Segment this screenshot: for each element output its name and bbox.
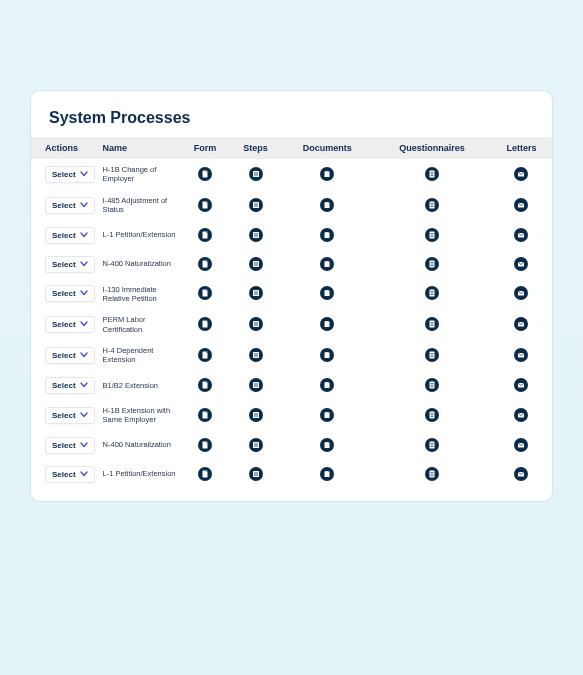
form-icon-cell[interactable] bbox=[181, 159, 230, 190]
steps-icon-cell[interactable] bbox=[229, 190, 281, 221]
steps-icon[interactable] bbox=[249, 167, 263, 181]
letters-icon[interactable] bbox=[514, 348, 528, 362]
questionnaires-icon-cell[interactable] bbox=[373, 159, 491, 190]
documents-icon-cell[interactable] bbox=[282, 221, 373, 250]
questionnaires-icon-cell[interactable] bbox=[373, 221, 491, 250]
select-button[interactable]: Select bbox=[45, 285, 95, 302]
letters-icon[interactable] bbox=[514, 257, 528, 271]
select-button[interactable]: Select bbox=[45, 227, 95, 244]
questionnaires-icon[interactable] bbox=[425, 317, 439, 331]
steps-icon[interactable] bbox=[249, 198, 263, 212]
documents-icon[interactable] bbox=[320, 317, 334, 331]
steps-icon[interactable] bbox=[249, 348, 263, 362]
documents-icon-cell[interactable] bbox=[282, 190, 373, 221]
form-icon[interactable] bbox=[198, 257, 212, 271]
letters-icon-cell[interactable] bbox=[491, 221, 552, 250]
steps-icon-cell[interactable] bbox=[229, 400, 281, 431]
steps-icon[interactable] bbox=[249, 257, 263, 271]
questionnaires-icon[interactable] bbox=[425, 228, 439, 242]
questionnaires-icon-cell[interactable] bbox=[373, 279, 491, 310]
form-icon-cell[interactable] bbox=[181, 250, 230, 279]
steps-icon-cell[interactable] bbox=[229, 460, 281, 489]
form-icon-cell[interactable] bbox=[181, 279, 230, 310]
questionnaires-icon-cell[interactable] bbox=[373, 371, 491, 400]
documents-icon-cell[interactable] bbox=[282, 309, 373, 340]
documents-icon-cell[interactable] bbox=[282, 340, 373, 371]
select-button[interactable]: Select bbox=[45, 407, 95, 424]
form-icon-cell[interactable] bbox=[181, 400, 230, 431]
select-button[interactable]: Select bbox=[45, 347, 95, 364]
form-icon-cell[interactable] bbox=[181, 190, 230, 221]
questionnaires-icon-cell[interactable] bbox=[373, 460, 491, 489]
documents-icon[interactable] bbox=[320, 286, 334, 300]
letters-icon[interactable] bbox=[514, 198, 528, 212]
letters-icon-cell[interactable] bbox=[491, 460, 552, 489]
letters-icon[interactable] bbox=[514, 467, 528, 481]
documents-icon[interactable] bbox=[320, 438, 334, 452]
questionnaires-icon-cell[interactable] bbox=[373, 309, 491, 340]
documents-icon-cell[interactable] bbox=[282, 279, 373, 310]
documents-icon-cell[interactable] bbox=[282, 250, 373, 279]
questionnaires-icon-cell[interactable] bbox=[373, 340, 491, 371]
letters-icon-cell[interactable] bbox=[491, 159, 552, 190]
documents-icon[interactable] bbox=[320, 378, 334, 392]
form-icon[interactable] bbox=[198, 286, 212, 300]
questionnaires-icon[interactable] bbox=[425, 286, 439, 300]
documents-icon[interactable] bbox=[320, 167, 334, 181]
documents-icon[interactable] bbox=[320, 348, 334, 362]
questionnaires-icon[interactable] bbox=[425, 467, 439, 481]
questionnaires-icon-cell[interactable] bbox=[373, 431, 491, 460]
letters-icon[interactable] bbox=[514, 317, 528, 331]
letters-icon-cell[interactable] bbox=[491, 279, 552, 310]
letters-icon-cell[interactable] bbox=[491, 190, 552, 221]
steps-icon-cell[interactable] bbox=[229, 279, 281, 310]
form-icon[interactable] bbox=[198, 408, 212, 422]
letters-icon-cell[interactable] bbox=[491, 400, 552, 431]
letters-icon[interactable] bbox=[514, 408, 528, 422]
select-button[interactable]: Select bbox=[45, 166, 95, 183]
letters-icon-cell[interactable] bbox=[491, 371, 552, 400]
questionnaires-icon[interactable] bbox=[425, 408, 439, 422]
steps-icon[interactable] bbox=[249, 467, 263, 481]
letters-icon[interactable] bbox=[514, 167, 528, 181]
select-button[interactable]: Select bbox=[45, 466, 95, 483]
select-button[interactable]: Select bbox=[45, 256, 95, 273]
form-icon[interactable] bbox=[198, 198, 212, 212]
select-button[interactable]: Select bbox=[45, 197, 95, 214]
form-icon-cell[interactable] bbox=[181, 221, 230, 250]
steps-icon-cell[interactable] bbox=[229, 431, 281, 460]
form-icon[interactable] bbox=[198, 348, 212, 362]
documents-icon[interactable] bbox=[320, 257, 334, 271]
form-icon-cell[interactable] bbox=[181, 460, 230, 489]
form-icon-cell[interactable] bbox=[181, 309, 230, 340]
documents-icon-cell[interactable] bbox=[282, 159, 373, 190]
questionnaires-icon-cell[interactable] bbox=[373, 190, 491, 221]
form-icon-cell[interactable] bbox=[181, 371, 230, 400]
documents-icon-cell[interactable] bbox=[282, 431, 373, 460]
questionnaires-icon[interactable] bbox=[425, 348, 439, 362]
documents-icon[interactable] bbox=[320, 467, 334, 481]
steps-icon-cell[interactable] bbox=[229, 250, 281, 279]
steps-icon-cell[interactable] bbox=[229, 371, 281, 400]
letters-icon[interactable] bbox=[514, 228, 528, 242]
form-icon-cell[interactable] bbox=[181, 431, 230, 460]
steps-icon[interactable] bbox=[249, 408, 263, 422]
letters-icon-cell[interactable] bbox=[491, 431, 552, 460]
select-button[interactable]: Select bbox=[45, 316, 95, 333]
letters-icon[interactable] bbox=[514, 286, 528, 300]
form-icon[interactable] bbox=[198, 317, 212, 331]
form-icon[interactable] bbox=[198, 167, 212, 181]
letters-icon-cell[interactable] bbox=[491, 250, 552, 279]
questionnaires-icon[interactable] bbox=[425, 257, 439, 271]
form-icon[interactable] bbox=[198, 438, 212, 452]
steps-icon[interactable] bbox=[249, 317, 263, 331]
documents-icon-cell[interactable] bbox=[282, 371, 373, 400]
form-icon-cell[interactable] bbox=[181, 340, 230, 371]
letters-icon-cell[interactable] bbox=[491, 340, 552, 371]
letters-icon-cell[interactable] bbox=[491, 309, 552, 340]
form-icon[interactable] bbox=[198, 467, 212, 481]
select-button[interactable]: Select bbox=[45, 377, 95, 394]
steps-icon-cell[interactable] bbox=[229, 309, 281, 340]
letters-icon[interactable] bbox=[514, 378, 528, 392]
questionnaires-icon-cell[interactable] bbox=[373, 250, 491, 279]
